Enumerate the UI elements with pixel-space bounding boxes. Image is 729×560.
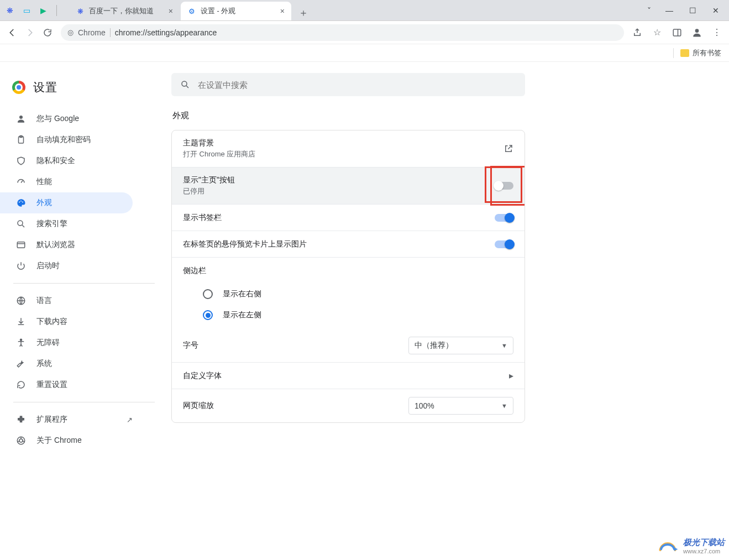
- minimize-button[interactable]: —: [658, 3, 680, 18]
- svg-point-17: [19, 439, 23, 442]
- nav-default-browser[interactable]: 默认浏览器: [0, 234, 133, 255]
- page-zoom-select[interactable]: 100% ▼: [408, 397, 513, 415]
- row-subtitle: 打开 Chrome 应用商店: [183, 149, 504, 159]
- close-window-button[interactable]: ✕: [705, 3, 727, 18]
- nav-reset[interactable]: 重置设置: [0, 374, 133, 395]
- search-icon: [15, 219, 27, 229]
- close-tab-icon[interactable]: ×: [280, 7, 285, 15]
- share-icon[interactable]: [628, 24, 646, 41]
- sidepanel-option-left[interactable]: 显示在左侧: [172, 305, 525, 329]
- svg-point-2: [695, 29, 699, 33]
- svg-point-3: [19, 116, 23, 119]
- row-title: 字号: [183, 341, 408, 350]
- tab-settings[interactable]: ⚙ 设置 - 外观 ×: [181, 2, 291, 20]
- row-title: 网页缩放: [183, 401, 408, 411]
- window-controls: ˅ — ☐ ✕: [641, 0, 727, 21]
- close-tab-icon[interactable]: ×: [169, 7, 173, 15]
- url-text: chrome://settings/appearance: [115, 28, 217, 37]
- nav-on-startup[interactable]: 启动时: [0, 255, 133, 276]
- external-link-icon: ↗: [127, 416, 133, 424]
- profile-avatar-icon[interactable]: [688, 24, 706, 41]
- settings-content: 设置 您与 Google 自动填充和密码 隐私和安全 性能 外观 搜索引擎 默认…: [0, 62, 729, 560]
- wrench-icon: [15, 359, 27, 369]
- nav-search-engine[interactable]: 搜索引擎: [0, 213, 133, 234]
- all-bookmarks-button[interactable]: 所有书签: [680, 48, 721, 58]
- svg-rect-12: [17, 242, 25, 248]
- chrome-logo-icon: [12, 81, 25, 94]
- nav-appearance[interactable]: 外观: [0, 192, 133, 213]
- omnibox-divider: [110, 28, 111, 37]
- chrome-site-icon: ◎: [67, 28, 74, 36]
- nav-accessibility[interactable]: 无障碍: [0, 332, 133, 353]
- nav-label: 无障碍: [36, 338, 60, 348]
- nav-label: 系统: [36, 359, 52, 369]
- nav-privacy[interactable]: 隐私和安全: [0, 150, 133, 171]
- nav-label: 语言: [36, 296, 52, 306]
- row-theme[interactable]: 主题背景 打开 Chrome 应用商店: [172, 130, 525, 167]
- settings-search-input[interactable]: [198, 80, 516, 90]
- title-bar: ❋ ▭ ▶ ❋ 百度一下，你就知道 × ⚙ 设置 - 外观 × ＋ ˅ — ☐ …: [0, 0, 729, 21]
- hover-preview-toggle[interactable]: [495, 240, 513, 248]
- row-page-zoom: 网页缩放 100% ▼: [172, 389, 525, 422]
- font-size-select[interactable]: 中（推荐） ▼: [408, 337, 513, 354]
- search-icon: [180, 80, 190, 90]
- nav-about-chrome[interactable]: 关于 Chrome: [0, 430, 133, 451]
- gear-favicon-icon: ⚙: [187, 7, 196, 15]
- svg-point-8: [20, 201, 22, 202]
- browser-icon: [15, 240, 27, 250]
- watermark: 极光下载站 www.xz7.com: [657, 537, 725, 554]
- nav-you-and-google[interactable]: 您与 Google: [0, 108, 133, 129]
- back-button[interactable]: [3, 24, 21, 41]
- nav-performance[interactable]: 性能: [0, 171, 133, 192]
- sidepanel-option-right[interactable]: 显示在右侧: [172, 284, 525, 305]
- caret-down-icon: ▼: [501, 402, 507, 409]
- omnibox[interactable]: ◎ Chrome chrome://settings/appearance: [61, 24, 624, 41]
- nav-downloads[interactable]: 下载内容: [0, 311, 133, 332]
- settings-header: 设置: [0, 73, 171, 102]
- kebab-menu-icon[interactable]: ⋮: [708, 24, 726, 41]
- app-quick-icons: ❋ ▭ ▶: [0, 5, 59, 16]
- row-title: 显示书签栏: [183, 213, 495, 223]
- external-link-icon: [504, 144, 513, 154]
- nav-separator: [13, 402, 155, 402]
- nav-extensions[interactable]: 扩展程序↗: [0, 409, 133, 430]
- svg-line-19: [186, 86, 188, 88]
- video-play-icon[interactable]: ▶: [38, 5, 49, 16]
- power-icon: [15, 261, 27, 271]
- new-tab-button[interactable]: ＋: [296, 5, 311, 20]
- bilibili-icon[interactable]: ▭: [21, 5, 32, 16]
- nav-label: 自动填充和密码: [36, 135, 91, 145]
- nav-label: 下载内容: [36, 317, 67, 327]
- baidu-paw-icon[interactable]: ❋: [4, 5, 15, 16]
- icon-separator: [56, 5, 57, 16]
- toolbar-right: ☆ ⋮: [628, 24, 726, 41]
- chevron-right-icon: ▸: [509, 370, 513, 381]
- radio-label: 显示在右侧: [223, 289, 261, 299]
- svg-point-18: [182, 81, 187, 86]
- nav-system[interactable]: 系统: [0, 353, 133, 374]
- show-home-toggle[interactable]: [495, 182, 513, 190]
- chevron-down-icon[interactable]: ˅: [641, 3, 657, 18]
- globe-icon: [15, 296, 27, 306]
- maximize-button[interactable]: ☐: [681, 3, 704, 18]
- row-subtitle: 已停用: [183, 186, 495, 196]
- download-icon: [15, 317, 27, 327]
- tab-baidu[interactable]: ❋ 百度一下，你就知道 ×: [69, 2, 180, 20]
- palette-icon: [15, 198, 27, 208]
- appearance-card: 主题背景 打开 Chrome 应用商店 显示"主页"按钮 已停用 显示书签栏: [171, 130, 525, 423]
- row-title: 在标签页的悬停预览卡片上显示图片: [183, 239, 495, 249]
- nav-autofill[interactable]: 自动填充和密码: [0, 129, 133, 150]
- row-custom-fonts[interactable]: 自定义字体 ▸: [172, 362, 525, 389]
- settings-search[interactable]: [171, 73, 525, 96]
- nav-languages[interactable]: 语言: [0, 290, 133, 311]
- svg-point-15: [20, 339, 22, 341]
- show-bookmarks-toggle[interactable]: [495, 214, 513, 222]
- sidepanel-icon[interactable]: [668, 24, 686, 41]
- radio-label: 显示在左侧: [223, 310, 261, 320]
- forward-button[interactable]: [21, 24, 39, 41]
- shield-icon: [15, 156, 27, 166]
- folder-icon: [680, 49, 689, 57]
- reload-button[interactable]: [39, 24, 56, 41]
- nav-label: 您与 Google: [36, 114, 79, 124]
- bookmark-star-icon[interactable]: ☆: [648, 24, 666, 41]
